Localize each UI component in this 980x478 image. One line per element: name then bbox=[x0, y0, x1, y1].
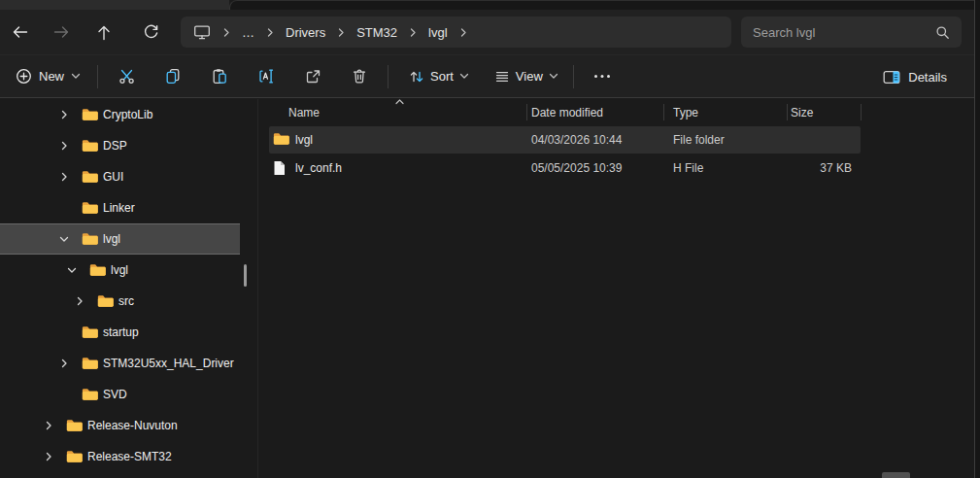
chevron-right-icon[interactable] bbox=[56, 169, 72, 185]
view-icon bbox=[494, 69, 510, 85]
tree-item-label: SVD bbox=[103, 388, 127, 401]
column-divider[interactable] bbox=[787, 104, 788, 120]
tree-item-label: Release-SMT32 bbox=[87, 450, 172, 463]
chevron-spacer bbox=[56, 324, 72, 340]
tree-item-label: CryptoLib bbox=[103, 108, 152, 121]
view-button[interactable]: View bbox=[485, 59, 568, 94]
column-header-size[interactable]: Size bbox=[791, 106, 813, 120]
tree-item-gui[interactable]: GUI bbox=[0, 161, 240, 192]
chevron-right-icon[interactable] bbox=[56, 107, 72, 122]
folder-icon bbox=[82, 388, 98, 401]
up-button[interactable] bbox=[88, 17, 119, 48]
file-type: H File bbox=[673, 161, 703, 175]
column-headers: Name Date modified Type Size bbox=[258, 99, 974, 125]
column-header-type[interactable]: Type bbox=[673, 106, 698, 120]
sort-button-label: Sort bbox=[430, 69, 454, 84]
folder-icon bbox=[82, 325, 98, 339]
tree-item-lvgl[interactable]: lvgl bbox=[0, 255, 240, 286]
tree-item-cryptolib[interactable]: CryptoLib bbox=[0, 99, 240, 130]
chevron-down-icon[interactable] bbox=[56, 231, 72, 247]
column-divider[interactable] bbox=[663, 104, 664, 120]
share-button[interactable] bbox=[289, 59, 336, 94]
details-button[interactable]: Details bbox=[873, 59, 957, 94]
breadcrumb-item-lvgl[interactable]: lvgl bbox=[428, 25, 448, 40]
file-row-lvgl[interactable]: lvgl04/03/2026 10:44File folder bbox=[258, 126, 974, 154]
more-options-button[interactable] bbox=[583, 59, 622, 94]
folder-icon bbox=[82, 357, 98, 370]
tree-item-linker[interactable]: Linker bbox=[0, 192, 240, 223]
navigation-pane: CryptoLibDSPGUILinkerlvgllvglsrcstartupS… bbox=[0, 99, 257, 478]
tree-item-label: lvgl bbox=[111, 263, 128, 277]
refresh-button[interactable] bbox=[135, 17, 166, 48]
delete-button[interactable] bbox=[336, 59, 383, 94]
rename-button[interactable] bbox=[243, 59, 289, 94]
search-placeholder: Search lvgl bbox=[753, 25, 815, 40]
share-icon bbox=[305, 69, 321, 85]
paste-button[interactable] bbox=[196, 59, 243, 94]
sort-ascending-icon bbox=[395, 99, 404, 105]
new-plus-icon bbox=[16, 68, 32, 85]
new-button[interactable]: New bbox=[4, 59, 92, 94]
tree-item-label: GUI bbox=[103, 170, 123, 184]
column-divider[interactable] bbox=[526, 104, 527, 120]
tree-item-svd[interactable]: SVD bbox=[0, 379, 240, 410]
tree-item-startup[interactable]: startup bbox=[0, 317, 240, 348]
desktop-edge bbox=[975, 0, 980, 478]
new-button-label: New bbox=[39, 69, 64, 84]
file-row-lv-conf-h[interactable]: lv_conf.h05/05/2025 10:39H File37 KB bbox=[258, 154, 974, 183]
sidebar-scrollbar-thumb[interactable] bbox=[244, 264, 247, 287]
breadcrumb-item-stm32[interactable]: STM32 bbox=[356, 25, 397, 40]
address-bar[interactable]: … Drivers STM32 lvgl bbox=[181, 17, 731, 48]
tree-item-release-nuvuton[interactable]: Release-Nuvuton bbox=[0, 410, 240, 441]
copy-button[interactable] bbox=[150, 59, 196, 94]
tree-item-dsp[interactable]: DSP bbox=[0, 130, 240, 161]
chevron-down-icon[interactable] bbox=[64, 262, 80, 278]
folder-icon bbox=[82, 139, 98, 153]
chevron-right-icon[interactable] bbox=[41, 449, 56, 464]
toolbar-divider bbox=[97, 65, 98, 88]
folder-icon bbox=[66, 450, 83, 463]
tree-item-release-smt32[interactable]: Release-SMT32 bbox=[0, 441, 240, 472]
up-arrow-icon bbox=[96, 24, 112, 41]
file-size: 37 KB bbox=[787, 161, 852, 175]
view-button-label: View bbox=[516, 69, 543, 84]
copy-icon bbox=[165, 68, 181, 85]
folder-icon bbox=[66, 419, 83, 432]
chevron-down-icon bbox=[459, 73, 469, 80]
background-window-fragment bbox=[229, 0, 980, 10]
chevron-right-icon[interactable] bbox=[56, 138, 72, 154]
chevron-down-icon bbox=[71, 73, 81, 80]
paste-icon bbox=[212, 68, 227, 85]
chevron-right-icon[interactable] bbox=[41, 418, 56, 433]
column-header-name[interactable]: Name bbox=[288, 106, 320, 120]
column-divider[interactable] bbox=[861, 104, 862, 120]
forward-button[interactable] bbox=[46, 17, 77, 48]
tree-item-label: Linker bbox=[103, 201, 135, 215]
forward-icon bbox=[53, 24, 70, 40]
tree-item-src[interactable]: src bbox=[0, 286, 240, 317]
folder-icon bbox=[82, 170, 98, 184]
file-list-pane: Name Date modified Type Size lvgl04/03/2… bbox=[257, 99, 974, 478]
folder-icon bbox=[82, 108, 98, 121]
command-bar: New Sort View bbox=[0, 54, 980, 98]
tree-item-label: Release-Nuvuton bbox=[87, 419, 178, 432]
tree-item-stm32u5xx-hal-driver[interactable]: STM32U5xx_HAL_Driver bbox=[0, 348, 240, 379]
tree-item-label: DSP bbox=[103, 139, 127, 153]
folder-icon bbox=[82, 232, 98, 246]
breadcrumb-item-drivers[interactable]: Drivers bbox=[286, 25, 325, 40]
search-box[interactable]: Search lvgl bbox=[741, 17, 962, 48]
window-top-edge bbox=[0, 0, 229, 10]
file-date-modified: 04/03/2026 10:44 bbox=[531, 133, 622, 147]
sort-button[interactable]: Sort bbox=[399, 59, 479, 94]
tree-item-lvgl[interactable]: lvgl bbox=[0, 223, 240, 255]
window-right-edge bbox=[974, 0, 975, 478]
column-header-date-modified[interactable]: Date modified bbox=[531, 106, 603, 120]
details-button-label: Details bbox=[908, 70, 947, 85]
chevron-right-icon[interactable] bbox=[56, 356, 72, 371]
chevron-right-icon[interactable] bbox=[72, 293, 87, 309]
back-button[interactable] bbox=[4, 17, 35, 48]
cut-button[interactable] bbox=[103, 59, 150, 94]
file-name: lvgl bbox=[295, 133, 313, 147]
breadcrumb-overflow[interactable]: … bbox=[242, 25, 254, 40]
toolbar-divider bbox=[573, 65, 574, 88]
